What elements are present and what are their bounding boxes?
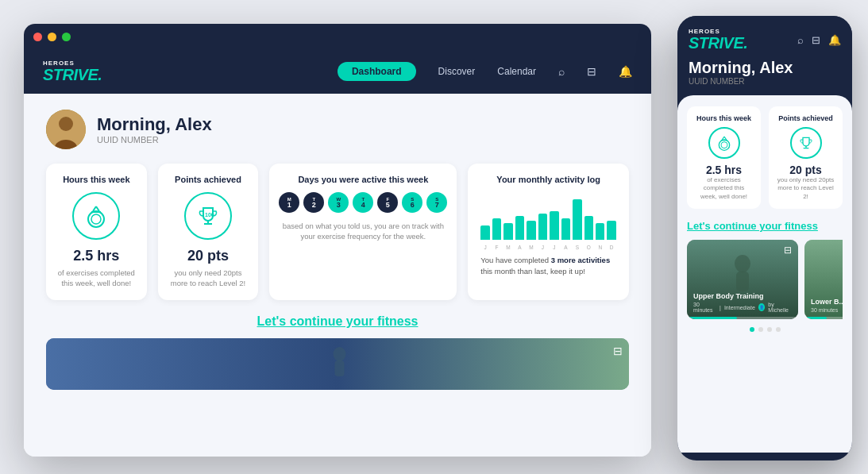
dot-2[interactable] bbox=[758, 327, 763, 332]
card1-duration: 30 minutes bbox=[693, 302, 716, 313]
stat-desc-hours: of exercises completed this week, well d… bbox=[56, 268, 137, 289]
label-jul: J bbox=[550, 245, 558, 250]
mobile-body: Hours this week 2.5 hrs of exercises com… bbox=[677, 95, 852, 453]
workout-preview-banner: ⊟ bbox=[46, 338, 629, 390]
stat-title-days: Days you were active this week bbox=[279, 175, 447, 184]
card2-progress-fill bbox=[804, 317, 827, 319]
mobile-continue-prefix: Let's continue your bbox=[687, 220, 785, 232]
mac-titlebar bbox=[24, 24, 651, 49]
svg-point-15 bbox=[721, 142, 727, 148]
trophy-icon: 100 bbox=[184, 192, 232, 240]
search-icon[interactable]: ⌕ bbox=[558, 65, 565, 78]
bar-dec bbox=[607, 221, 615, 240]
bar-apr bbox=[515, 216, 524, 240]
bar-feb bbox=[492, 218, 501, 240]
card2-progress-bar bbox=[804, 317, 843, 319]
dot-1[interactable] bbox=[750, 327, 754, 332]
bar-aug bbox=[561, 218, 570, 240]
label-may: M bbox=[527, 245, 535, 250]
day-2: T2 bbox=[303, 192, 324, 213]
greeting-name: Morning, Alex bbox=[97, 114, 212, 135]
chart-bars bbox=[477, 192, 619, 240]
mobile-stat-title-points: Points achieved bbox=[777, 114, 835, 122]
avatar bbox=[46, 110, 86, 149]
label-feb: F bbox=[492, 245, 501, 250]
mobile-header: HEROES STRIVE. ⌕ ⊟ 🔔 Morning, Alex UUID … bbox=[677, 16, 852, 95]
nav-discover[interactable]: Discover bbox=[438, 66, 476, 77]
stat-card-activity: Your monthly activity log J bbox=[468, 164, 629, 300]
card2-duration: 30 minutes bbox=[811, 307, 838, 313]
mobile-trophy-icon bbox=[790, 127, 822, 159]
day-3: W3 bbox=[328, 192, 349, 213]
bar-nov bbox=[596, 223, 604, 240]
user-greeting: Morning, Alex UUID NUMBER bbox=[46, 110, 629, 149]
day-4: T4 bbox=[353, 192, 373, 213]
card1-instructor-avatar: 👤 bbox=[758, 303, 765, 311]
dot-4[interactable] bbox=[776, 327, 781, 332]
mobile-dots-indicator bbox=[687, 327, 843, 332]
stat-value-hours: 2.5 hrs bbox=[56, 248, 137, 264]
card1-bookmark-icon[interactable]: ⊟ bbox=[784, 245, 792, 256]
stat-card-hours: Hours this week 2.5 hrs of exercises com… bbox=[46, 164, 147, 300]
card1-level: Intermediate bbox=[724, 305, 755, 310]
mobile-logo-strive: STRIVE. bbox=[689, 35, 747, 51]
dot-3[interactable] bbox=[767, 327, 772, 332]
day-7: S7 bbox=[426, 192, 447, 213]
nav-calendar[interactable]: Calendar bbox=[497, 66, 536, 77]
minimize-dot[interactable] bbox=[48, 33, 56, 41]
medal-icon bbox=[72, 192, 120, 240]
label-aug: A bbox=[561, 245, 570, 250]
close-dot[interactable] bbox=[33, 33, 42, 41]
svg-text:100: 100 bbox=[205, 212, 214, 218]
logo: HEROES STRIVE. bbox=[43, 60, 102, 83]
label-sep: S bbox=[573, 245, 581, 250]
mobile-stat-points: Points achieved 20 pts you only need 20p… bbox=[769, 106, 843, 209]
mobile-bookmark-icon[interactable]: ⊟ bbox=[812, 34, 820, 46]
day-5: F5 bbox=[377, 192, 398, 213]
mobile-cards-row: ⊟ Upper Body Training 30 minutes | Inter… bbox=[687, 240, 843, 319]
bar-may bbox=[527, 221, 535, 240]
card1-progress-fill bbox=[687, 317, 737, 319]
stat-card-points: Points achieved 100 20 pts you only need… bbox=[158, 164, 259, 300]
mobile-continue-link[interactable]: fitness bbox=[785, 220, 818, 232]
continue-link[interactable]: fitness bbox=[377, 314, 419, 328]
mobile-logo: HEROES STRIVE. bbox=[689, 29, 747, 51]
mobile-stats-row: Hours this week 2.5 hrs of exercises com… bbox=[687, 106, 843, 209]
card2-title: Lower B... bbox=[811, 298, 843, 306]
mobile-workout-card-lower-body[interactable]: Lower B... 30 minutes bbox=[804, 240, 843, 319]
bar-sep bbox=[573, 199, 581, 240]
mobile-stat-hours: Hours this week 2.5 hrs of exercises com… bbox=[687, 106, 761, 209]
bar-jan bbox=[480, 225, 489, 240]
workout-bookmark-icon[interactable]: ⊟ bbox=[613, 345, 623, 357]
card1-instructor: by Michelle bbox=[768, 302, 792, 313]
mobile-medal-icon bbox=[708, 127, 740, 159]
day-1: M1 bbox=[279, 192, 299, 213]
bar-oct bbox=[584, 216, 593, 240]
mobile-stat-desc-points: you only need 20pts more to reach Level … bbox=[777, 176, 835, 201]
svg-point-4 bbox=[91, 214, 101, 224]
bookmark-icon[interactable]: ⊟ bbox=[587, 65, 596, 78]
mobile-bell-icon[interactable]: 🔔 bbox=[828, 34, 841, 46]
continue-title: Let's continue your fitness bbox=[46, 314, 629, 329]
desktop-nav: HEROES STRIVE. Dashboard Discover Calend… bbox=[24, 49, 651, 94]
stat-title-activity: Your monthly activity log bbox=[477, 175, 619, 184]
stat-card-days: Days you were active this week M1 T2 W3 … bbox=[269, 164, 457, 300]
continue-section: Let's continue your fitness bbox=[46, 314, 629, 329]
svg-point-12 bbox=[334, 347, 346, 361]
svg-point-14 bbox=[719, 140, 729, 150]
svg-point-1 bbox=[59, 117, 73, 131]
mobile-workout-card-upper-body[interactable]: ⊟ Upper Body Training 30 minutes | Inter… bbox=[687, 240, 798, 319]
stat-value-points: 20 pts bbox=[168, 248, 249, 264]
mobile-greeting: Morning, Alex UUID NUMBER bbox=[689, 59, 841, 86]
svg-rect-13 bbox=[335, 360, 345, 376]
mobile-search-icon[interactable]: ⌕ bbox=[797, 34, 804, 46]
label-jan: J bbox=[480, 245, 489, 250]
mobile-mockup: HEROES STRIVE. ⌕ ⊟ 🔔 Morning, Alex UUID … bbox=[677, 16, 852, 461]
bell-icon[interactable]: 🔔 bbox=[619, 65, 632, 78]
stats-row: Hours this week 2.5 hrs of exercises com… bbox=[46, 164, 629, 300]
maximize-dot[interactable] bbox=[62, 33, 71, 41]
nav-dashboard[interactable]: Dashboard bbox=[338, 62, 416, 81]
svg-rect-23 bbox=[736, 272, 749, 291]
bar-jun bbox=[538, 214, 547, 240]
desktop-mockup: HEROES STRIVE. Dashboard Discover Calend… bbox=[24, 24, 651, 457]
